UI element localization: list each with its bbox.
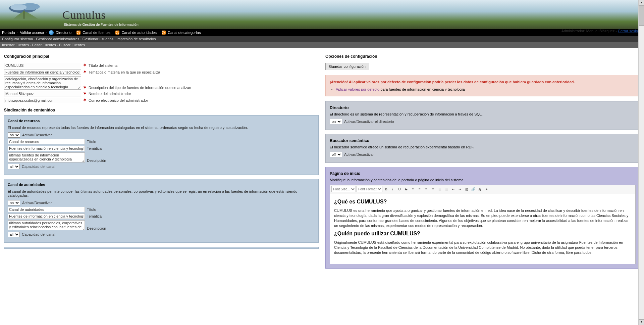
panel-buscador: Buscador semántico El buscador semántico… xyxy=(325,134,640,163)
nav-portada[interactable]: Portada xyxy=(2,31,15,35)
image-icon[interactable]: ▧ xyxy=(464,186,470,192)
autoridades-titulo-input[interactable] xyxy=(8,207,85,212)
recursos-cap-select[interactable]: all xyxy=(8,164,20,169)
autoridades-desc-textarea[interactable] xyxy=(8,220,85,230)
editor-p2: Originalmente CUMULUS está diseñado como… xyxy=(334,240,631,255)
italic-icon[interactable]: I xyxy=(390,186,396,192)
canal-recursos-title: Canal de recursos xyxy=(8,119,315,123)
recursos-activar-select[interactable]: on xyxy=(8,132,20,138)
bold-icon[interactable]: B xyxy=(383,186,389,192)
nav-canal-fuentes[interactable]: Canal de fuentes xyxy=(83,31,110,35)
autoridades-tematica-input[interactable] xyxy=(8,214,85,219)
required-icon: ✶ xyxy=(83,69,87,74)
rss-icon xyxy=(76,31,80,35)
nav-secondary: Configurar sistema · Gestionar administr… xyxy=(0,36,644,42)
outdent-icon[interactable]: ⇤ xyxy=(450,186,456,192)
recursos-titulo-label: Título xyxy=(87,139,96,144)
panel-canal-recursos: Canal de recursos El canal de recursos r… xyxy=(4,115,319,175)
svg-rect-3 xyxy=(23,11,25,19)
buscador-desc: El buscador semántico ofrece un sistema … xyxy=(330,145,636,149)
sindicacion-title: Sindicación de contenidos xyxy=(4,108,319,112)
autoridades-tematica-label: Temática xyxy=(87,214,102,218)
tematica-input[interactable] xyxy=(4,69,81,75)
admin-email-input[interactable] xyxy=(4,98,81,103)
autoridades-cap-select[interactable]: all xyxy=(8,232,20,237)
nav-canal-autoridades[interactable]: Canal de autoridades xyxy=(121,31,157,35)
nav-directorio[interactable]: Directorio xyxy=(56,31,71,35)
logout-link[interactable]: Cerrar sesión xyxy=(618,29,640,33)
config-principal-title: Configuración principal xyxy=(4,54,319,59)
titulo-sistema-input[interactable] xyxy=(4,63,81,68)
editor-h1: ¿Qué es CUMULUS? xyxy=(334,199,631,205)
admin-nombre-input[interactable] xyxy=(4,91,81,96)
directorio-toggle-select[interactable]: on xyxy=(330,119,342,124)
list-ul-icon[interactable]: ☰ xyxy=(443,186,449,192)
apply-defaults-link[interactable]: Aplicar valores por defecto xyxy=(336,87,379,91)
font-size-select[interactable]: Font Size... xyxy=(331,186,356,192)
directorio-title: Directorio xyxy=(330,105,636,110)
rss-icon xyxy=(162,31,166,35)
indent-icon[interactable]: ⇥ xyxy=(457,186,463,192)
warning-box: ¡Atención! Al aplicar valores por defect… xyxy=(325,75,640,96)
admin-name: Manuel Blázquez xyxy=(586,29,614,33)
scroll-up-icon[interactable]: ▲ xyxy=(639,0,644,6)
buscador-title: Buscador semántico xyxy=(330,138,636,143)
guardar-config-button[interactable]: Guardar configuración xyxy=(325,63,369,70)
recursos-tematica-input[interactable] xyxy=(8,146,85,151)
canal-autoridades-title: Canal de autoridades xyxy=(8,183,315,187)
recursos-desc-textarea[interactable] xyxy=(8,152,85,162)
admin-role: Administrador: xyxy=(561,29,585,33)
tematica-label: Temática o materia en la que se especial… xyxy=(89,69,160,74)
apply-defaults-item: Aplicar valores por defecto para fuentes… xyxy=(336,87,636,91)
pagina-title: Página de inicio xyxy=(330,171,636,176)
strike-icon[interactable]: S xyxy=(403,186,409,192)
align-right-icon[interactable]: ≡ xyxy=(423,186,429,192)
underline-icon[interactable]: U xyxy=(396,186,402,192)
panel-directorio: Directorio El directorio es un sistema d… xyxy=(325,101,640,130)
directorio-desc: El directorio es un sistema de represent… xyxy=(330,112,636,116)
nav-validar[interactable]: Validar acceso xyxy=(20,31,44,35)
admin-strip: Administrador: Manuel Blázquez - Cerrar … xyxy=(561,29,640,33)
align-center-icon[interactable]: ≡ xyxy=(417,186,423,192)
header-banner: Cumulus Sistema de Gestión de Fuentes de… xyxy=(0,0,644,29)
autoridades-activar-select[interactable]: on xyxy=(8,200,20,205)
opciones-config-title: Opciones de configuración xyxy=(325,54,640,59)
rss-icon xyxy=(115,31,119,35)
link-icon[interactable]: 🔗 xyxy=(470,186,476,192)
required-icon: ✶ xyxy=(83,63,87,67)
unlink-icon[interactable]: ⛓ xyxy=(477,186,483,192)
clean-icon[interactable]: ✦ xyxy=(484,186,490,192)
editor-h2: ¿Quién puede utilizar CUMULUS? xyxy=(334,231,631,237)
nav-editar-fuentes[interactable]: Editar Fuentes xyxy=(32,43,56,47)
buscador-toggle-label: Activar/Desactivar xyxy=(344,152,374,156)
editor-toolbar: Font Size... Font Format B I U S ≡ ≡ ≡ ≡… xyxy=(330,185,635,193)
descripcion-label: Descripción del tipo de fuentes de infor… xyxy=(89,85,191,90)
required-icon: ✶ xyxy=(83,98,87,102)
list-ol-icon[interactable]: ☰ xyxy=(437,186,443,192)
font-format-select[interactable]: Font Format xyxy=(357,186,382,192)
align-left-icon[interactable]: ≡ xyxy=(410,186,416,192)
editor-p1: CUMULUS es una herramienta que ayuda a o… xyxy=(334,208,631,228)
align-justify-icon[interactable]: ≡ xyxy=(430,186,436,192)
nav-buscar-fuentes[interactable]: Buscar Fuentes xyxy=(59,43,85,47)
outer-scrollbar[interactable]: ▲ ▼ xyxy=(638,0,644,275)
autoridades-cap-label: Capacidad del canal xyxy=(22,232,55,236)
buscador-toggle-select[interactable]: off xyxy=(330,152,342,157)
logo-cloud-icon xyxy=(4,2,56,22)
nav-config-sistema[interactable]: Configurar sistema xyxy=(2,37,33,41)
nav-canal-categorias[interactable]: Canal de categorías xyxy=(168,31,201,35)
nav-impresion[interactable]: Impresión de resultados xyxy=(116,37,156,41)
descripcion-textarea[interactable] xyxy=(4,76,81,90)
admin-nombre-label: Nombre del administrador xyxy=(89,91,131,96)
scroll-thumb[interactable] xyxy=(639,6,644,26)
editor-body[interactable]: ¿Qué es CUMULUS? CUMULUS es una herramie… xyxy=(330,193,635,264)
autoridades-activar-label: Activar/Desactivar xyxy=(22,200,52,205)
nav-gest-user[interactable]: Gestionar usuarios xyxy=(83,37,113,41)
required-icon: ✶ xyxy=(83,85,87,90)
nav-primary: Portada· Validar acceso· Directorio· Can… xyxy=(0,29,644,36)
nav-insertar-fuentes[interactable]: Insertar Fuentes xyxy=(2,43,29,47)
recursos-titulo-input[interactable] xyxy=(8,139,85,144)
nav-gest-admin[interactable]: Gestionar administradores xyxy=(36,37,79,41)
recursos-desc-label: Descripción xyxy=(87,158,106,162)
panel-pagina-inicio: Página de inicio Modifique la informació… xyxy=(325,167,640,269)
